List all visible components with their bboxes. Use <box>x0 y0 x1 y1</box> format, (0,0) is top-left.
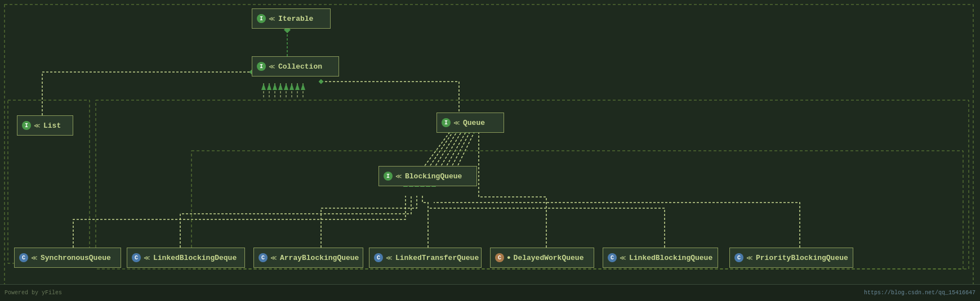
queue-pkg-icon: ≪ <box>453 119 460 127</box>
svg-marker-23 <box>289 83 294 90</box>
powered-by-label: Powered by yFiles <box>5 290 62 296</box>
svg-line-8 <box>451 131 470 169</box>
svg-line-3 <box>422 131 451 169</box>
linked-blocking-deque-label: LinkedBlockingDeque <box>153 254 237 262</box>
svg-marker-22 <box>284 83 288 90</box>
linked-blocking-queue-node[interactable]: C ≪ LinkedBlockingQueue <box>603 248 718 268</box>
collection-icon: I <box>257 62 266 71</box>
blocking-queue-icon: I <box>384 172 393 181</box>
linked-transfer-queue-icon: C <box>374 253 383 262</box>
array-blocking-queue-pkg-icon: ≪ <box>270 254 277 262</box>
synchronous-queue-pkg-icon: ≪ <box>31 254 38 262</box>
svg-line-7 <box>445 131 466 169</box>
linked-blocking-queue-icon: C <box>608 253 617 262</box>
queue-label: Queue <box>463 119 485 127</box>
linked-blocking-queue-label: LinkedBlockingQueue <box>629 254 712 262</box>
list-icon: I <box>22 121 31 130</box>
delayed-work-queue-dot-icon: ● <box>507 254 511 261</box>
svg-marker-18 <box>261 83 266 90</box>
linked-blocking-deque-icon: C <box>132 253 141 262</box>
svg-line-9 <box>456 131 475 169</box>
priority-blocking-queue-node[interactable]: C ≪ PriorityBlockingQueue <box>729 248 853 268</box>
svg-marker-25 <box>301 83 305 90</box>
delayed-work-queue-label: DelayedWorkQueue <box>514 254 584 262</box>
svg-line-5 <box>434 131 457 169</box>
list-pkg-icon: ≪ <box>34 122 41 129</box>
linked-blocking-deque-pkg-icon: ≪ <box>144 254 150 262</box>
linked-blocking-queue-pkg-icon: ≪ <box>620 254 626 262</box>
delayed-work-queue-node[interactable]: C ● DelayedWorkQueue <box>490 248 594 268</box>
array-blocking-queue-icon: C <box>259 253 268 262</box>
collection-label: Collection <box>278 62 322 71</box>
collection-pkg-icon: ≪ <box>269 63 275 70</box>
url-label: https://blog.csdn.net/qq_15416647 <box>864 290 975 296</box>
array-blocking-queue-node[interactable]: C ≪ ArrayBlockingQueue <box>253 248 363 268</box>
blocking-queue-pkg-icon: ≪ <box>395 173 402 180</box>
queue-icon: I <box>442 118 451 127</box>
list-node[interactable]: I ≪ List <box>17 115 73 136</box>
synchronous-queue-icon: C <box>19 253 28 262</box>
iterable-pkg-icon: ≪ <box>269 15 275 23</box>
iterable-label: Iterable <box>278 15 313 23</box>
svg-marker-20 <box>273 83 277 90</box>
svg-marker-19 <box>267 83 271 90</box>
svg-rect-33 <box>96 100 969 269</box>
linked-transfer-queue-node[interactable]: C ≪ LinkedTransferQueue <box>369 248 482 268</box>
priority-blocking-queue-label: PriorityBlockingQueue <box>756 254 848 262</box>
svg-line-6 <box>439 131 462 169</box>
footer-bar: Powered by yFiles https://blog.csdn.net/… <box>0 284 980 301</box>
delayed-work-queue-icon: C <box>495 253 504 262</box>
svg-line-4 <box>428 131 453 169</box>
array-blocking-queue-label: ArrayBlockingQueue <box>280 254 359 262</box>
collection-node[interactable]: I ≪ Collection <box>252 56 339 77</box>
blocking-queue-node[interactable]: I ≪ BlockingQueue <box>378 166 477 186</box>
synchronous-queue-node[interactable]: C ≪ SynchronousQueue <box>14 248 121 268</box>
linked-transfer-queue-pkg-icon: ≪ <box>386 254 393 262</box>
iterable-icon: I <box>257 14 266 23</box>
synchronous-queue-label: SynchronousQueue <box>41 254 111 262</box>
priority-blocking-queue-pkg-icon: ≪ <box>746 254 753 262</box>
blocking-queue-label: BlockingQueue <box>405 172 462 181</box>
diagram-canvas: I ≪ Iterable I ≪ Collection I ≪ List I ≪… <box>0 0 980 301</box>
queue-node[interactable]: I ≪ Queue <box>436 113 504 133</box>
priority-blocking-queue-icon: C <box>734 253 743 262</box>
list-label: List <box>43 122 61 130</box>
svg-marker-21 <box>278 83 283 90</box>
iterable-node[interactable]: I ≪ Iterable <box>252 8 331 29</box>
linked-blocking-deque-node[interactable]: C ≪ LinkedBlockingDeque <box>127 248 245 268</box>
linked-transfer-queue-label: LinkedTransferQueue <box>395 254 479 262</box>
svg-marker-24 <box>295 83 300 90</box>
